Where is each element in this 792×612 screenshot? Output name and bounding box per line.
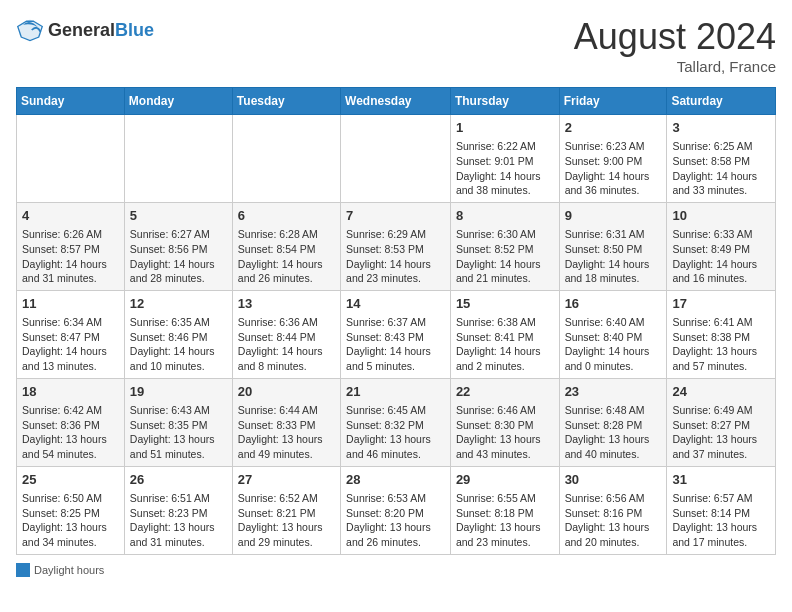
- day-number: 9: [565, 207, 662, 225]
- day-number: 15: [456, 295, 554, 313]
- logo-text: GeneralBlue: [48, 20, 154, 41]
- day-info: Sunrise: 6:53 AM Sunset: 8:20 PM Dayligh…: [346, 491, 445, 550]
- day-number: 24: [672, 383, 770, 401]
- day-info: Sunrise: 6:33 AM Sunset: 8:49 PM Dayligh…: [672, 227, 770, 286]
- day-info: Sunrise: 6:51 AM Sunset: 8:23 PM Dayligh…: [130, 491, 227, 550]
- day-info: Sunrise: 6:22 AM Sunset: 9:01 PM Dayligh…: [456, 139, 554, 198]
- calendar-cell: [232, 115, 340, 203]
- page-header: GeneralBlue August 2024 Tallard, France: [16, 16, 776, 75]
- day-number: 27: [238, 471, 335, 489]
- calendar-cell: 21Sunrise: 6:45 AM Sunset: 8:32 PM Dayli…: [341, 378, 451, 466]
- calendar-week-row: 11Sunrise: 6:34 AM Sunset: 8:47 PM Dayli…: [17, 290, 776, 378]
- calendar-cell: 6Sunrise: 6:28 AM Sunset: 8:54 PM Daylig…: [232, 202, 340, 290]
- calendar-cell: 18Sunrise: 6:42 AM Sunset: 8:36 PM Dayli…: [17, 378, 125, 466]
- calendar-cell: [17, 115, 125, 203]
- calendar-day-header: Saturday: [667, 88, 776, 115]
- calendar-day-header: Monday: [124, 88, 232, 115]
- location-subtitle: Tallard, France: [574, 58, 776, 75]
- day-info: Sunrise: 6:26 AM Sunset: 8:57 PM Dayligh…: [22, 227, 119, 286]
- calendar-day-header: Friday: [559, 88, 667, 115]
- calendar-day-header: Thursday: [450, 88, 559, 115]
- day-number: 31: [672, 471, 770, 489]
- day-number: 30: [565, 471, 662, 489]
- calendar-cell: 16Sunrise: 6:40 AM Sunset: 8:40 PM Dayli…: [559, 290, 667, 378]
- day-number: 21: [346, 383, 445, 401]
- day-info: Sunrise: 6:49 AM Sunset: 8:27 PM Dayligh…: [672, 403, 770, 462]
- calendar-table: SundayMondayTuesdayWednesdayThursdayFrid…: [16, 87, 776, 555]
- day-number: 23: [565, 383, 662, 401]
- day-info: Sunrise: 6:35 AM Sunset: 8:46 PM Dayligh…: [130, 315, 227, 374]
- calendar-cell: 13Sunrise: 6:36 AM Sunset: 8:44 PM Dayli…: [232, 290, 340, 378]
- day-info: Sunrise: 6:36 AM Sunset: 8:44 PM Dayligh…: [238, 315, 335, 374]
- day-number: 18: [22, 383, 119, 401]
- day-info: Sunrise: 6:23 AM Sunset: 9:00 PM Dayligh…: [565, 139, 662, 198]
- calendar-cell: 2Sunrise: 6:23 AM Sunset: 9:00 PM Daylig…: [559, 115, 667, 203]
- day-info: Sunrise: 6:30 AM Sunset: 8:52 PM Dayligh…: [456, 227, 554, 286]
- logo-general: General: [48, 20, 115, 40]
- calendar-cell: 7Sunrise: 6:29 AM Sunset: 8:53 PM Daylig…: [341, 202, 451, 290]
- day-info: Sunrise: 6:31 AM Sunset: 8:50 PM Dayligh…: [565, 227, 662, 286]
- calendar-cell: 12Sunrise: 6:35 AM Sunset: 8:46 PM Dayli…: [124, 290, 232, 378]
- day-number: 3: [672, 119, 770, 137]
- calendar-week-row: 4Sunrise: 6:26 AM Sunset: 8:57 PM Daylig…: [17, 202, 776, 290]
- calendar-cell: 17Sunrise: 6:41 AM Sunset: 8:38 PM Dayli…: [667, 290, 776, 378]
- calendar-day-header: Wednesday: [341, 88, 451, 115]
- calendar-cell: 4Sunrise: 6:26 AM Sunset: 8:57 PM Daylig…: [17, 202, 125, 290]
- day-info: Sunrise: 6:50 AM Sunset: 8:25 PM Dayligh…: [22, 491, 119, 550]
- day-number: 4: [22, 207, 119, 225]
- day-number: 7: [346, 207, 445, 225]
- calendar-cell: 8Sunrise: 6:30 AM Sunset: 8:52 PM Daylig…: [450, 202, 559, 290]
- daylight-label: Daylight hours: [34, 564, 104, 576]
- day-number: 17: [672, 295, 770, 313]
- calendar-cell: 31Sunrise: 6:57 AM Sunset: 8:14 PM Dayli…: [667, 466, 776, 554]
- calendar-cell: 23Sunrise: 6:48 AM Sunset: 8:28 PM Dayli…: [559, 378, 667, 466]
- calendar-cell: 24Sunrise: 6:49 AM Sunset: 8:27 PM Dayli…: [667, 378, 776, 466]
- logo: GeneralBlue: [16, 16, 154, 44]
- day-info: Sunrise: 6:56 AM Sunset: 8:16 PM Dayligh…: [565, 491, 662, 550]
- day-number: 19: [130, 383, 227, 401]
- day-number: 16: [565, 295, 662, 313]
- calendar-week-row: 1Sunrise: 6:22 AM Sunset: 9:01 PM Daylig…: [17, 115, 776, 203]
- day-info: Sunrise: 6:27 AM Sunset: 8:56 PM Dayligh…: [130, 227, 227, 286]
- day-number: 28: [346, 471, 445, 489]
- day-info: Sunrise: 6:38 AM Sunset: 8:41 PM Dayligh…: [456, 315, 554, 374]
- calendar-week-row: 25Sunrise: 6:50 AM Sunset: 8:25 PM Dayli…: [17, 466, 776, 554]
- calendar-cell: 30Sunrise: 6:56 AM Sunset: 8:16 PM Dayli…: [559, 466, 667, 554]
- day-info: Sunrise: 6:45 AM Sunset: 8:32 PM Dayligh…: [346, 403, 445, 462]
- day-number: 2: [565, 119, 662, 137]
- calendar-week-row: 18Sunrise: 6:42 AM Sunset: 8:36 PM Dayli…: [17, 378, 776, 466]
- day-info: Sunrise: 6:46 AM Sunset: 8:30 PM Dayligh…: [456, 403, 554, 462]
- day-info: Sunrise: 6:48 AM Sunset: 8:28 PM Dayligh…: [565, 403, 662, 462]
- calendar-cell: 9Sunrise: 6:31 AM Sunset: 8:50 PM Daylig…: [559, 202, 667, 290]
- logo-blue: Blue: [115, 20, 154, 40]
- calendar-cell: 28Sunrise: 6:53 AM Sunset: 8:20 PM Dayli…: [341, 466, 451, 554]
- day-number: 13: [238, 295, 335, 313]
- day-number: 25: [22, 471, 119, 489]
- day-info: Sunrise: 6:52 AM Sunset: 8:21 PM Dayligh…: [238, 491, 335, 550]
- calendar-cell: 26Sunrise: 6:51 AM Sunset: 8:23 PM Dayli…: [124, 466, 232, 554]
- calendar-cell: 29Sunrise: 6:55 AM Sunset: 8:18 PM Dayli…: [450, 466, 559, 554]
- calendar-cell: 15Sunrise: 6:38 AM Sunset: 8:41 PM Dayli…: [450, 290, 559, 378]
- calendar-cell: 11Sunrise: 6:34 AM Sunset: 8:47 PM Dayli…: [17, 290, 125, 378]
- day-info: Sunrise: 6:55 AM Sunset: 8:18 PM Dayligh…: [456, 491, 554, 550]
- month-title: August 2024: [574, 16, 776, 58]
- calendar-cell: 5Sunrise: 6:27 AM Sunset: 8:56 PM Daylig…: [124, 202, 232, 290]
- day-info: Sunrise: 6:41 AM Sunset: 8:38 PM Dayligh…: [672, 315, 770, 374]
- day-info: Sunrise: 6:40 AM Sunset: 8:40 PM Dayligh…: [565, 315, 662, 374]
- day-number: 11: [22, 295, 119, 313]
- day-info: Sunrise: 6:42 AM Sunset: 8:36 PM Dayligh…: [22, 403, 119, 462]
- day-info: Sunrise: 6:44 AM Sunset: 8:33 PM Dayligh…: [238, 403, 335, 462]
- calendar-day-header: Sunday: [17, 88, 125, 115]
- calendar-cell: [124, 115, 232, 203]
- day-info: Sunrise: 6:57 AM Sunset: 8:14 PM Dayligh…: [672, 491, 770, 550]
- calendar-cell: 19Sunrise: 6:43 AM Sunset: 8:35 PM Dayli…: [124, 378, 232, 466]
- day-info: Sunrise: 6:29 AM Sunset: 8:53 PM Dayligh…: [346, 227, 445, 286]
- day-info: Sunrise: 6:34 AM Sunset: 8:47 PM Dayligh…: [22, 315, 119, 374]
- calendar-cell: 14Sunrise: 6:37 AM Sunset: 8:43 PM Dayli…: [341, 290, 451, 378]
- day-number: 6: [238, 207, 335, 225]
- calendar-cell: 25Sunrise: 6:50 AM Sunset: 8:25 PM Dayli…: [17, 466, 125, 554]
- day-number: 12: [130, 295, 227, 313]
- daylight-icon: [16, 563, 30, 577]
- title-block: August 2024 Tallard, France: [574, 16, 776, 75]
- footer-note: Daylight hours: [16, 563, 776, 577]
